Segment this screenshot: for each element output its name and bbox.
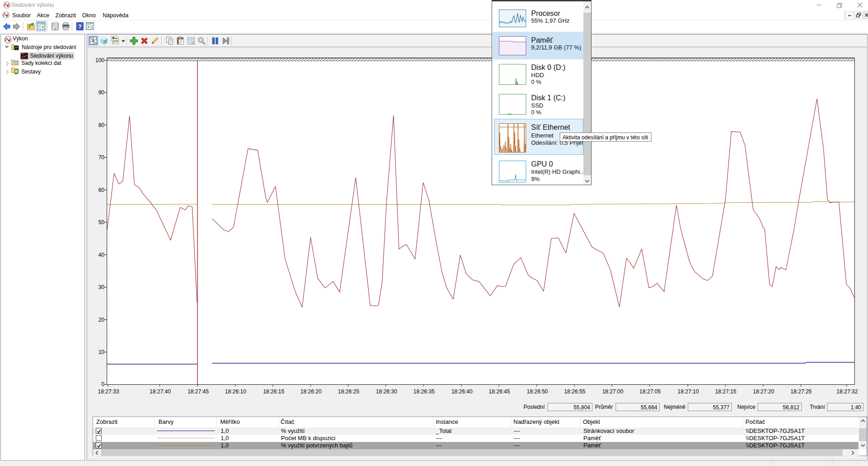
svg-text:?: ? bbox=[78, 23, 82, 30]
